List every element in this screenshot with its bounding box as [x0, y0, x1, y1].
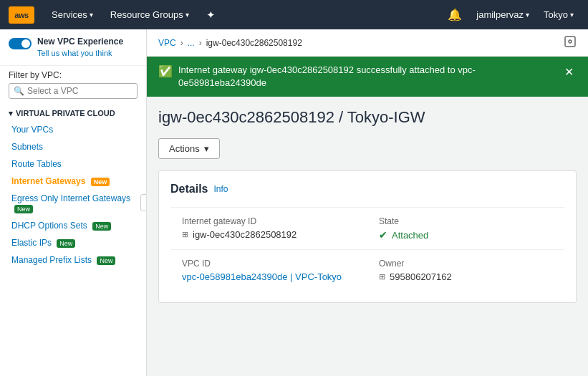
sidebar: ‹ New VPC Experience Tell us what you th…: [0, 29, 147, 376]
services-chevron-icon: ▾: [90, 11, 93, 19]
sidebar-item-subnets[interactable]: Subnets: [0, 138, 146, 155]
sidebar-toggle-button[interactable]: ‹: [140, 194, 147, 211]
sidebar-item-managed-prefix-lists[interactable]: Managed Prefix Lists New: [0, 251, 146, 269]
vpc-id-cell: VPC ID vpc-0e58981eba24390de | VPC-Tokyo: [170, 249, 367, 291]
region-menu[interactable]: Tokyo ▾: [538, 6, 579, 23]
svg-point-1: [569, 40, 572, 43]
owner-copy-icon[interactable]: ⊞: [379, 272, 385, 281]
vpc-filter-input-wrapper[interactable]: 🔍: [9, 83, 138, 99]
vpc-id-value[interactable]: vpc-0e58981eba24390de | VPC-Tokyo: [182, 271, 356, 282]
breadcrumb-current: igw-0ec430c2862508192: [206, 38, 302, 48]
top-navigation: aws Services ▾ Resource Groups ▾ ✦ 🔔 jam…: [0, 0, 588, 29]
services-nav[interactable]: Services ▾: [46, 6, 99, 23]
filter-by-vpc-section: Filter by VPC: 🔍: [0, 66, 146, 103]
managed-prefix-new-badge: New: [97, 256, 115, 265]
actions-label: Actions: [169, 143, 200, 154]
sidebar-item-dhcp-options[interactable]: DHCP Options Sets New: [0, 217, 146, 234]
details-grid: Internet gateway ID ⊞ igw-0ec430c2862508…: [170, 207, 564, 291]
vpc-experience-toggle[interactable]: [9, 38, 32, 49]
owner-cell: Owner ⊞ 595806207162: [367, 249, 564, 291]
breadcrumb-vpc[interactable]: VPC: [158, 38, 176, 48]
resource-groups-nav[interactable]: Resource Groups ▾: [105, 6, 195, 23]
owner-label: Owner: [379, 259, 553, 269]
success-banner: ✅ Internet gateway igw-0ec430c2862508192…: [147, 57, 588, 97]
gateway-id-cell: Internet gateway ID ⊞ igw-0ec430c2862508…: [170, 207, 367, 249]
sidebar-item-elastic-ips[interactable]: Elastic IPs New: [0, 234, 146, 251]
elastic-ips-new-badge: New: [57, 239, 75, 248]
search-icon: 🔍: [14, 86, 24, 96]
sidebar-item-your-vpcs[interactable]: Your VPCs: [0, 121, 146, 138]
gateway-id-label: Internet gateway ID: [182, 216, 356, 226]
sidebar-category-arrow-icon: ▾: [9, 109, 13, 118]
notifications-bell-icon[interactable]: 🔔: [442, 5, 468, 24]
sidebar-category-vpc: ▾ VIRTUAL PRIVATE CLOUD: [0, 103, 146, 121]
details-info-link[interactable]: Info: [213, 184, 228, 194]
actions-button[interactable]: Actions ▾: [158, 138, 220, 159]
success-check-icon: ✅: [158, 64, 173, 78]
breadcrumb-ellipsis[interactable]: ...: [188, 38, 195, 48]
state-label: State: [379, 216, 553, 226]
user-menu[interactable]: jamilpervaz ▾: [471, 6, 535, 23]
details-card: Details Info Internet gateway ID ⊞ igw-0…: [158, 170, 577, 303]
breadcrumb-sep-2: ›: [199, 38, 202, 48]
main-content: VPC › ... › igw-0ec430c2862508192 ✅ Inte…: [147, 29, 588, 376]
svg-rect-0: [565, 37, 575, 47]
aws-logo[interactable]: aws: [9, 6, 34, 24]
nav-right: 🔔 jamilpervaz ▾ Tokyo ▾: [442, 5, 579, 24]
pin-icon-nav[interactable]: ✦: [201, 6, 221, 24]
state-check-icon: ✔: [379, 229, 387, 241]
vpc-filter-input[interactable]: [27, 86, 132, 96]
region-chevron-icon: ▾: [570, 11, 574, 19]
vpc-id-label: VPC ID: [182, 259, 356, 269]
vpc-experience-link[interactable]: Tell us what you think: [37, 48, 123, 58]
details-title: Details: [170, 183, 208, 196]
vpc-experience-title: New VPC Experience: [37, 37, 123, 48]
sidebar-item-route-tables[interactable]: Route Tables: [0, 155, 146, 173]
breadcrumb-settings-icon[interactable]: [564, 35, 577, 48]
dhcp-new-badge: New: [92, 222, 111, 231]
owner-value: ⊞ 595806207162: [379, 271, 553, 282]
vpc-experience-banner: New VPC Experience Tell us what you thin…: [0, 29, 146, 66]
internet-gateways-new-badge: New: [91, 178, 110, 186]
filter-label: Filter by VPC:: [9, 70, 138, 80]
banner-close-button[interactable]: ✕: [562, 64, 577, 80]
page-body: igw-0ec430c2862508192 / Tokyo-IGW Action…: [147, 97, 588, 314]
success-message: Internet gateway igw-0ec430c2862508192 s…: [178, 64, 556, 90]
gateway-id-copy-icon[interactable]: ⊞: [182, 230, 188, 239]
actions-chevron-icon: ▾: [204, 143, 209, 154]
state-cell: State ✔ Attached: [367, 207, 564, 249]
egress-only-new-badge: New: [14, 205, 33, 213]
details-header: Details Info: [170, 183, 564, 196]
breadcrumb-sep-1: ›: [180, 38, 183, 48]
page-title: igw-0ec430c2862508192 / Tokyo-IGW: [158, 108, 577, 127]
state-value: ✔ Attached: [379, 229, 553, 241]
sidebar-item-internet-gateways[interactable]: Internet Gateways New: [0, 173, 146, 190]
gateway-id-value: ⊞ igw-0ec430c2862508192: [182, 229, 356, 240]
user-chevron-icon: ▾: [526, 11, 529, 19]
resource-groups-chevron-icon: ▾: [185, 11, 189, 19]
breadcrumb: VPC › ... › igw-0ec430c2862508192: [147, 29, 588, 57]
sidebar-item-egress-only[interactable]: Egress Only Internet Gateways New: [0, 190, 146, 217]
